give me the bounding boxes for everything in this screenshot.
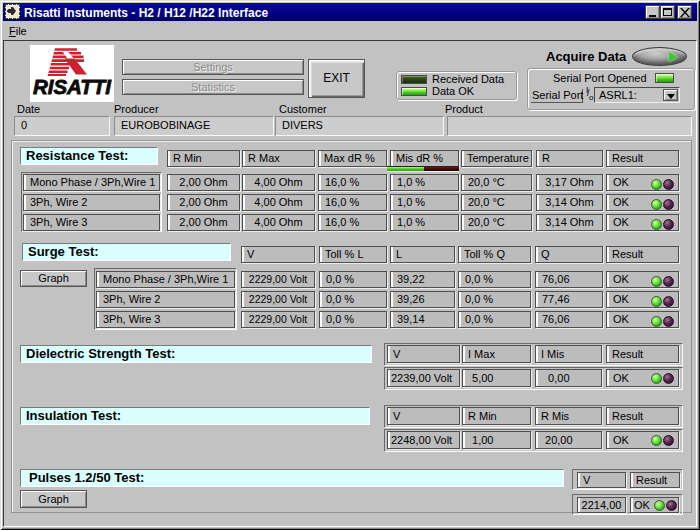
svg-text:RISATTI: RISATTI <box>33 76 111 98</box>
